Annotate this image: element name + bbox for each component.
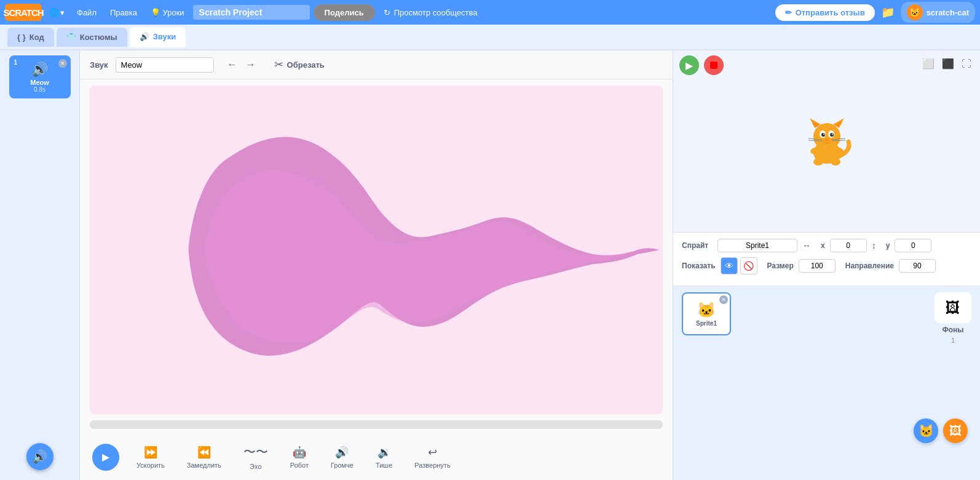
refresh-icon: ↻ xyxy=(384,8,390,17)
cat-avatar-icon: 🐱 xyxy=(909,7,920,17)
show-visible-button[interactable]: 👁 xyxy=(721,257,738,274)
add-backdrop-button[interactable]: 🖼 xyxy=(943,418,968,443)
size-input[interactable] xyxy=(799,259,836,273)
pencil-icon: ✏ xyxy=(785,8,792,17)
x-coord-icon: ↔ xyxy=(802,241,811,250)
sound-wave-icon: 🔊 xyxy=(31,62,48,78)
sprite-name-row: Спрайт ↔ x ↕ y xyxy=(682,239,971,252)
stage-fullscreen-button[interactable]: ⛶ xyxy=(959,55,974,72)
right-panel: ▶ ⬜ ⬛ ⛶ xyxy=(673,50,980,480)
stop-icon xyxy=(710,62,717,69)
community-button[interactable]: ↻ Просмотр сообщества xyxy=(379,6,483,20)
project-name-input[interactable] xyxy=(193,5,310,20)
sound-editor-header: Звук ← → ✂ Обрезать xyxy=(80,50,673,79)
scene-label: Фоны xyxy=(942,326,963,334)
playback-controls: ▶ ⏩ Ускорить ⏪ Замедлить 〜〜 Эхо 🤖 Робот … xyxy=(80,434,673,480)
direction-label: Направление xyxy=(845,262,894,270)
undo-button[interactable]: ← xyxy=(224,57,241,73)
show-hidden-button[interactable]: 🚫 xyxy=(740,257,757,274)
sound-list: 1 ✕ 🔊 Meow 0.8s 🔊 xyxy=(0,50,80,480)
folder-button[interactable]: 📁 xyxy=(879,3,897,22)
sprite-list-area: ✕ 🐱 Sprite1 🖼 Фоны 1 xyxy=(673,286,980,480)
language-button[interactable]: 🌐 ▾ xyxy=(45,6,68,20)
folder-icon: 📁 xyxy=(881,6,895,18)
reverse-icon: ↩ xyxy=(428,446,437,459)
username-label: scratch-cat xyxy=(927,8,969,17)
add-sprite-buttons: 🐱 🖼 xyxy=(914,418,968,443)
sound-delete-button[interactable]: ✕ xyxy=(58,59,67,68)
speed-up-icon: ⏩ xyxy=(144,446,157,459)
speed-up-label: Ускорить xyxy=(136,462,165,469)
redo-button[interactable]: → xyxy=(242,57,259,73)
share-button[interactable]: Поделись xyxy=(314,4,375,21)
x-coord-input[interactable] xyxy=(830,239,867,252)
play-button[interactable]: ▶ xyxy=(92,444,119,471)
sound-item-duration: 0.8s xyxy=(34,86,45,93)
sound-editor: Звук ← → ✂ Обрезать xyxy=(80,50,673,480)
louder-button[interactable]: 🔊 Громче xyxy=(326,443,358,471)
globe-chevron: ▾ xyxy=(60,8,65,17)
stage-area: ▶ ⬜ ⬛ ⛶ xyxy=(673,50,980,233)
sprite-delete-button[interactable]: ✕ xyxy=(719,295,728,304)
sprite-controls: Спрайт ↔ x ↕ y Показать 👁 🚫 Размер Напра… xyxy=(673,233,980,286)
sound-field-label: Звук xyxy=(90,60,108,70)
tab-costumes[interactable]: 👕 Костюмы xyxy=(57,28,127,47)
waveform-scrollbar[interactable] xyxy=(90,420,663,429)
menu-tutorials[interactable]: 💡 Уроки xyxy=(146,6,189,20)
lightbulb-icon: 💡 xyxy=(151,8,160,17)
echo-button[interactable]: 〜〜 Эхо xyxy=(239,441,273,473)
reverse-button[interactable]: ↩ Развернуть xyxy=(409,443,455,471)
y-coord-input[interactable] xyxy=(895,239,931,252)
scissors-icon: ✂ xyxy=(274,58,283,71)
direction-input[interactable] xyxy=(899,259,936,273)
robot-button[interactable]: 🤖 Робот xyxy=(285,443,314,471)
stage-thumbnail[interactable]: 🖼 xyxy=(935,292,971,323)
slow-down-icon: ⏪ xyxy=(197,446,211,459)
sound-name-input[interactable] xyxy=(116,57,214,73)
tab-sounds[interactable]: 🔊 Звуки xyxy=(130,27,186,47)
louder-icon: 🔊 xyxy=(335,446,349,459)
echo-label: Эхо xyxy=(250,463,261,470)
stage-narrow-button[interactable]: ⬜ xyxy=(920,55,937,72)
scratch-logo[interactable]: SCRATCH xyxy=(5,4,42,21)
scratch-cat-sprite xyxy=(796,111,858,172)
slow-down-button[interactable]: ⏪ Замедлить xyxy=(182,443,226,471)
sprite-thumb-image: 🐱 xyxy=(697,302,716,319)
list-item[interactable]: ✕ 🐱 Sprite1 xyxy=(682,292,731,335)
add-sound-button[interactable]: 🔊 xyxy=(26,443,53,470)
stage-half-button[interactable]: ⬛ xyxy=(939,55,957,72)
waveform-container[interactable] xyxy=(90,86,663,414)
quieter-button[interactable]: 🔉 Тише xyxy=(371,443,397,471)
main-area: 1 ✕ 🔊 Meow 0.8s 🔊 Звук ← → ✂ Обрезать xyxy=(0,50,980,480)
stage-controls: ▶ xyxy=(679,55,724,75)
feedback-button[interactable]: ✏ Отправить отзыв xyxy=(775,4,875,21)
svg-point-13 xyxy=(825,138,829,141)
quieter-icon: 🔉 xyxy=(377,446,391,459)
trim-area: ✂ Обрезать xyxy=(274,58,325,71)
costume-icon: 👕 xyxy=(66,33,76,42)
quieter-label: Тише xyxy=(376,462,392,469)
list-item[interactable]: 1 ✕ 🔊 Meow 0.8s xyxy=(9,55,71,98)
speed-up-button[interactable]: ⏩ Ускорить xyxy=(132,443,170,471)
stage-thumbnail-image: 🖼 xyxy=(946,299,960,316)
green-flag-button[interactable]: ▶ xyxy=(679,55,699,75)
svg-point-18 xyxy=(813,158,823,166)
svg-point-19 xyxy=(831,158,840,166)
size-label: Размер xyxy=(767,262,794,270)
tab-code[interactable]: { } Код xyxy=(7,28,54,47)
svg-point-10 xyxy=(830,133,834,137)
louder-label: Громче xyxy=(331,462,354,469)
user-area[interactable]: 🐱 scratch-cat xyxy=(901,2,975,23)
svg-point-11 xyxy=(823,134,824,135)
sound-number: 1 xyxy=(14,59,18,66)
code-icon: { } xyxy=(17,33,26,42)
menu-file[interactable]: Файл xyxy=(72,6,101,20)
topbar: SCRATCH 🌐 ▾ Файл Правка 💡 Уроки Поделись… xyxy=(0,0,980,25)
stop-button[interactable] xyxy=(704,55,724,75)
sprite-name-input[interactable] xyxy=(717,239,797,252)
menu-edit[interactable]: Правка xyxy=(105,6,142,20)
reverse-label: Развернуть xyxy=(414,462,450,469)
robot-label: Робот xyxy=(290,462,309,469)
sprite-thumb-name: Sprite1 xyxy=(696,320,717,327)
add-sprite-button[interactable]: 🐱 xyxy=(914,418,938,443)
